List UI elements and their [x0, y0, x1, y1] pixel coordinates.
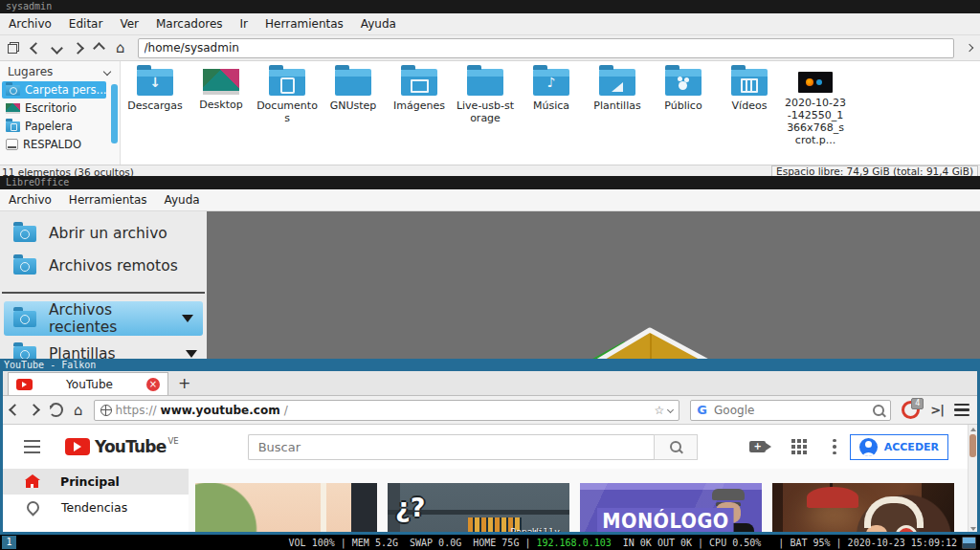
up-button[interactable] [95, 44, 103, 53]
screenshot-thumbnail [798, 72, 833, 93]
browser-home-button[interactable]: ⌂ [74, 404, 83, 417]
home-icon[interactable]: ⌂ [116, 41, 125, 55]
fm-menu-ayuda[interactable]: Ayuda [352, 13, 405, 34]
place-home[interactable]: Carpeta pers... [2, 81, 106, 99]
file-manager-window: sysadmin Archivo Editar Ver Marcadores I… [0, 0, 980, 177]
folder-plantillas[interactable]: Plantillas [587, 69, 648, 113]
lo-menu-herramientas[interactable]: Herramientas [60, 189, 156, 210]
apps-grid-icon[interactable] [791, 439, 807, 454]
tab-close-button[interactable]: × [146, 378, 160, 391]
templates-folder-icon [599, 69, 635, 96]
scroll-up-icon[interactable] [970, 428, 976, 431]
lo-templates[interactable]: Plantillas [0, 338, 207, 359]
place-label: RESPALDO [23, 138, 81, 151]
sign-in-button[interactable]: ACCEDER [850, 434, 948, 460]
lo-remote-files[interactable]: Archivos remotos [0, 250, 207, 282]
falkon-window: YouTube - Falkon YouTube × + ⌂ https:// … [0, 359, 980, 535]
browser-search-bar[interactable]: G [690, 400, 891, 421]
fm-menu-editar[interactable]: Editar [60, 13, 112, 34]
browser-back-button[interactable] [11, 406, 19, 414]
place-respaldo[interactable]: RESPALDO [2, 136, 106, 153]
places-scrollbar[interactable] [111, 84, 118, 143]
falkon-titlebar[interactable]: YouTube - Falkon [0, 359, 980, 371]
file-screenshot[interactable]: 2020-10-23-142550_1366x768_scrot.p... [785, 69, 846, 147]
youtube-search-input[interactable] [248, 434, 654, 460]
libreoffice-cube-graphic [568, 317, 731, 359]
sidebar-toggle-icon[interactable]: >| [930, 403, 944, 417]
page-scrollbar[interactable] [968, 425, 977, 534]
browser-search-input[interactable] [712, 403, 868, 418]
path-input[interactable] [138, 38, 954, 58]
lo-menubar: Archivo Herramientas Ayuda [0, 189, 980, 211]
trash-icon [6, 121, 20, 132]
browser-menu-button[interactable] [954, 404, 969, 417]
reload-button[interactable] [49, 403, 63, 417]
flame-icon [24, 498, 41, 516]
fm-menu-marcadores[interactable]: Marcadores [147, 13, 232, 34]
tab-youtube[interactable]: YouTube × [8, 372, 168, 395]
place-trash[interactable]: Papelera [2, 118, 106, 135]
places-header[interactable]: Lugares [0, 63, 120, 81]
lo-titlebar[interactable]: LibreOffice [0, 176, 980, 189]
folder-videos[interactable]: Vídeos [719, 69, 780, 113]
forward-button[interactable] [74, 44, 82, 53]
folder-descargas[interactable]: ↓ Descargas [124, 69, 186, 113]
browser-forward-button[interactable] [30, 406, 38, 414]
fm-menu-ver[interactable]: Ver [111, 13, 147, 34]
youtube-logo[interactable]: YouTube VE [65, 437, 179, 456]
scrollbar-thumb[interactable] [969, 434, 976, 457]
drive-icon [6, 139, 18, 150]
video-thumbnail-3[interactable]: MONÓLOGO DE GORREL [580, 483, 762, 534]
back-button[interactable] [32, 44, 40, 53]
folder-gnustep[interactable]: GNUstep [323, 69, 384, 113]
system-stats: VOL 100% | MEM 5.2G SWAP 0.0G HOME 75G |… [289, 537, 980, 549]
lo-body: Abrir un archivo Archivos remotos Archiv… [0, 211, 980, 359]
fm-titlebar[interactable]: sysadmin [0, 0, 980, 13]
lo-recent-files[interactable]: Archivos recientes [4, 301, 203, 336]
sidebar-item-principal[interactable]: Principal [3, 469, 189, 495]
stats-mid: IN 0K OUT 0K | CPU 0.50% [612, 538, 762, 548]
youtube-menu-icon[interactable] [24, 440, 40, 453]
folder-publico[interactable]: Público [653, 69, 714, 113]
dropdown-triangle-icon [182, 315, 193, 322]
history-dropdown-button[interactable] [53, 44, 61, 53]
place-desktop[interactable]: Escritorio [2, 99, 106, 117]
lo-menu-ayuda[interactable]: Ayuda [156, 189, 209, 210]
search-icon[interactable] [873, 405, 884, 416]
youtube-header: YouTube VE + ACCEDER [3, 425, 977, 469]
folder-desktop[interactable]: Desktop [190, 69, 252, 112]
address-bar[interactable]: https:// www.youtube.com / ☆ [94, 400, 680, 421]
upload-video-icon[interactable]: + [749, 441, 766, 452]
lo-menu-archivo[interactable]: Archivo [0, 189, 60, 210]
tray-icon[interactable] [962, 537, 976, 549]
new-tab-button[interactable]: + [168, 372, 200, 395]
more-options-icon[interactable] [833, 439, 836, 455]
sidebar-item-tendencias[interactable]: Tendencias [3, 495, 189, 520]
video-thumbnail-1[interactable] [195, 483, 377, 534]
fm-menu-ir[interactable]: Ir [232, 13, 256, 34]
video-thumbnail-4[interactable] [772, 483, 954, 534]
lo-title: LibreOffice [6, 177, 69, 187]
fm-menu-herramientas[interactable]: Herramientas [256, 13, 352, 34]
folder-documentos[interactable]: Documentos [256, 69, 318, 125]
adblock-icon[interactable]: 4 [902, 401, 920, 419]
public-folder-icon [665, 69, 702, 96]
stats-left: VOL 100% | MEM 5.2G SWAP 0.0G HOME 75G | [289, 538, 537, 548]
new-window-icon[interactable] [8, 42, 19, 54]
folder-musica[interactable]: ♪ Música [521, 69, 582, 113]
url-dropdown-icon[interactable] [667, 407, 674, 413]
video-thumbnail-2[interactable]: ¿? PapaWilly ♥ [388, 483, 569, 534]
scroll-down-icon[interactable] [970, 527, 976, 531]
folder-live-usb-storage[interactable]: Live-usb-storage [455, 69, 516, 125]
workspace-indicator[interactable]: 1 [2, 536, 16, 549]
documents-folder-icon [269, 69, 305, 96]
folder-imagenes[interactable]: Imágenes [389, 69, 450, 113]
fm-menu-archivo[interactable]: Archivo [0, 13, 60, 34]
go-button[interactable] [967, 45, 972, 51]
folder-icon [335, 69, 371, 96]
place-label: Escritorio [25, 101, 77, 115]
youtube-search-button[interactable] [654, 434, 698, 460]
lo-sidebar: Abrir un archivo Archivos remotos Archiv… [0, 211, 207, 359]
bookmark-star-icon[interactable]: ☆ [655, 404, 665, 417]
lo-open-file[interactable]: Abrir un archivo [0, 217, 207, 250]
